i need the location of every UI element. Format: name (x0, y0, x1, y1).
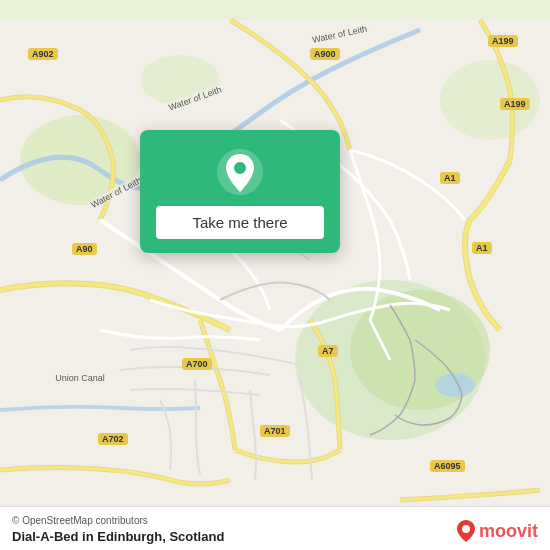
road-badge-a701: A701 (260, 425, 290, 437)
moovit-pin-icon (457, 520, 475, 542)
location-title: Dial-A-Bed in Edinburgh, Scotland (12, 529, 224, 544)
bottom-bar: © OpenStreetMap contributors Dial-A-Bed … (0, 506, 550, 550)
overlay-card: Take me there (140, 130, 340, 253)
location-pin-icon (216, 148, 264, 196)
road-badge-a6095: A6095 (430, 460, 465, 472)
moovit-text: moovit (479, 521, 538, 542)
road-badge-a199-top: A199 (488, 35, 518, 47)
road-badge-a1-upper: A1 (440, 172, 460, 184)
osm-attribution: © OpenStreetMap contributors (12, 515, 148, 526)
svg-point-8 (234, 162, 246, 174)
road-badge-a902: A902 (28, 48, 58, 60)
road-badge-a7: A7 (318, 345, 338, 357)
road-badge-a700: A700 (182, 358, 212, 370)
map-svg (0, 0, 550, 550)
road-badge-a199-mid: A199 (500, 98, 530, 110)
take-me-there-button[interactable]: Take me there (156, 206, 324, 239)
road-badge-a1-lower: A1 (472, 242, 492, 254)
svg-point-3 (435, 373, 475, 397)
road-badge-a702: A702 (98, 433, 128, 445)
map-container: A902 A900 A199 A199 A1 A1 A90 A7 A700 A7… (0, 0, 550, 550)
svg-point-9 (462, 525, 470, 533)
canal-label: Union Canal (53, 373, 107, 383)
road-badge-a900: A900 (310, 48, 340, 60)
moovit-logo: moovit (457, 520, 538, 542)
road-badge-a90: A90 (72, 243, 97, 255)
